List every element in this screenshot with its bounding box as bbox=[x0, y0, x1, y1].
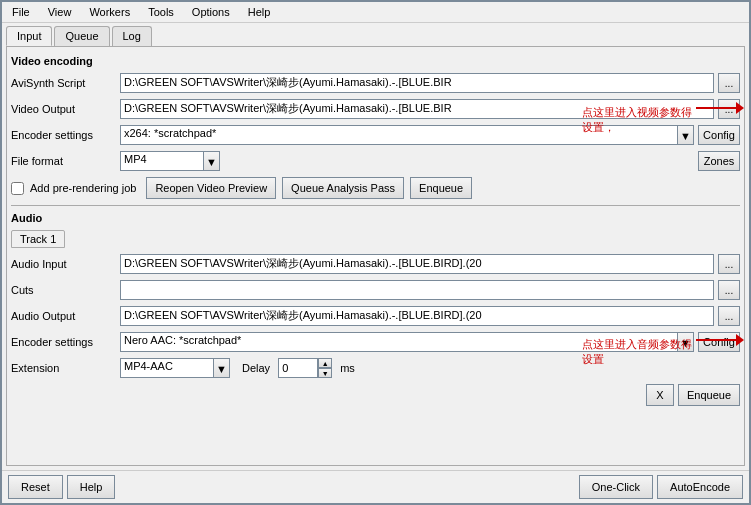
extension-row: Extension MP4-AAC ▼ Delay ▲ ▼ ms bbox=[11, 358, 740, 378]
video-enqueue-btn[interactable]: Enqueue bbox=[410, 177, 472, 199]
audio-action-row: X Enqueue bbox=[11, 384, 740, 406]
video-encoding-header: Video encoding bbox=[11, 55, 740, 67]
menu-workers[interactable]: Workers bbox=[83, 4, 136, 20]
footer: Reset Help One-Click AutoEncode bbox=[2, 470, 749, 503]
encoder-settings-row: Encoder settings x264: *scratchpad* ▼ Co… bbox=[11, 125, 740, 145]
tabbar: Input Queue Log bbox=[2, 23, 749, 46]
audio-x-btn[interactable]: X bbox=[646, 384, 674, 406]
oneclick-btn[interactable]: One-Click bbox=[579, 475, 653, 499]
audio-encoder-row: Encoder settings Nero AAC: *scratchpad* … bbox=[11, 332, 740, 352]
tab-log[interactable]: Log bbox=[112, 26, 152, 46]
video-output-input[interactable]: D:\GREEN SOFT\AVSWriter\深崎步(Ayumi.Hamasa… bbox=[120, 99, 714, 119]
menu-file[interactable]: File bbox=[6, 4, 36, 20]
video-output-row: Video Output D:\GREEN SOFT\AVSWriter\深崎步… bbox=[11, 99, 740, 119]
file-format-arrow[interactable]: ▼ bbox=[203, 152, 219, 171]
audio-divider bbox=[11, 205, 740, 206]
cuts-input[interactable] bbox=[120, 280, 714, 300]
file-format-label: File format bbox=[11, 155, 116, 167]
audio-track-tab[interactable]: Track 1 bbox=[11, 230, 65, 248]
audio-encoder-combo[interactable]: Nero AAC: *scratchpad* ▼ bbox=[120, 332, 694, 352]
audio-input-browse-btn[interactable]: ... bbox=[718, 254, 740, 274]
help-btn[interactable]: Help bbox=[67, 475, 116, 499]
audio-encoder-arrow[interactable]: ▼ bbox=[677, 333, 693, 352]
cuts-label: Cuts bbox=[11, 284, 116, 296]
audio-input-field[interactable]: D:\GREEN SOFT\AVSWriter\深崎步(Ayumi.Hamasa… bbox=[120, 254, 714, 274]
encoder-settings-arrow[interactable]: ▼ bbox=[677, 126, 693, 145]
main-window: File View Workers Tools Options Help Inp… bbox=[0, 0, 751, 505]
add-pre-rendering-checkbox[interactable] bbox=[11, 182, 24, 195]
menubar: File View Workers Tools Options Help bbox=[2, 2, 749, 23]
avisynth-row: AviSynth Script D:\GREEN SOFT\AVSWriter\… bbox=[11, 73, 740, 93]
delay-spinner: ▲ ▼ bbox=[278, 358, 332, 378]
queue-analysis-pass-btn[interactable]: Queue Analysis Pass bbox=[282, 177, 404, 199]
extension-arrow[interactable]: ▼ bbox=[213, 359, 229, 378]
audio-output-label: Audio Output bbox=[11, 310, 116, 322]
menu-options[interactable]: Options bbox=[186, 4, 236, 20]
autoencode-btn[interactable]: AutoEncode bbox=[657, 475, 743, 499]
video-output-label: Video Output bbox=[11, 103, 116, 115]
delay-spin-down[interactable]: ▼ bbox=[318, 368, 332, 378]
cuts-row: Cuts ... bbox=[11, 280, 740, 300]
ms-label: ms bbox=[340, 362, 355, 374]
delay-spin-buttons: ▲ ▼ bbox=[318, 358, 332, 378]
audio-output-row: Audio Output D:\GREEN SOFT\AVSWriter\深崎步… bbox=[11, 306, 740, 326]
avisynth-browse-btn[interactable]: ... bbox=[718, 73, 740, 93]
audio-output-field[interactable]: D:\GREEN SOFT\AVSWriter\深崎步(Ayumi.Hamasa… bbox=[120, 306, 714, 326]
file-format-row: File format MP4 ▼ Zones bbox=[11, 151, 740, 171]
tab-queue[interactable]: Queue bbox=[54, 26, 109, 46]
footer-left: Reset Help bbox=[8, 475, 115, 499]
audio-output-browse-btn[interactable]: ... bbox=[718, 306, 740, 326]
delay-spin-up[interactable]: ▲ bbox=[318, 358, 332, 368]
reset-btn[interactable]: Reset bbox=[8, 475, 63, 499]
delay-label: Delay bbox=[242, 362, 270, 374]
delay-input[interactable] bbox=[278, 358, 318, 378]
tab-input[interactable]: Input bbox=[6, 26, 52, 46]
menu-view[interactable]: View bbox=[42, 4, 78, 20]
add-pre-rendering-row: Add pre-rendering job Reopen Video Previ… bbox=[11, 177, 740, 199]
avisynth-input[interactable]: D:\GREEN SOFT\AVSWriter\深崎步(Ayumi.Hamasa… bbox=[120, 73, 714, 93]
avisynth-label: AviSynth Script bbox=[11, 77, 116, 89]
audio-input-label: Audio Input bbox=[11, 258, 116, 270]
audio-section-header: Audio bbox=[11, 212, 740, 224]
menu-help[interactable]: Help bbox=[242, 4, 277, 20]
encoder-config-btn[interactable]: Config bbox=[698, 125, 740, 145]
extension-label: Extension bbox=[11, 362, 116, 374]
footer-right: One-Click AutoEncode bbox=[579, 475, 743, 499]
main-content: Video encoding AviSynth Script D:\GREEN … bbox=[6, 46, 745, 466]
audio-config-btn[interactable]: Config bbox=[698, 332, 740, 352]
encoder-settings-combo[interactable]: x264: *scratchpad* ▼ bbox=[120, 125, 694, 145]
audio-enqueue-btn[interactable]: Enqueue bbox=[678, 384, 740, 406]
cuts-browse-btn[interactable]: ... bbox=[718, 280, 740, 300]
reopen-video-preview-btn[interactable]: Reopen Video Preview bbox=[146, 177, 276, 199]
encoder-settings-label: Encoder settings bbox=[11, 129, 116, 141]
extension-combo[interactable]: MP4-AAC ▼ bbox=[120, 358, 230, 378]
audio-input-row: Audio Input D:\GREEN SOFT\AVSWriter\深崎步(… bbox=[11, 254, 740, 274]
menu-tools[interactable]: Tools bbox=[142, 4, 180, 20]
file-format-combo[interactable]: MP4 ▼ bbox=[120, 151, 220, 171]
add-pre-rendering-label: Add pre-rendering job bbox=[30, 182, 136, 194]
audio-encoder-label: Encoder settings bbox=[11, 336, 116, 348]
audio-tab-bar: Track 1 bbox=[11, 230, 740, 248]
video-output-browse-btn[interactable]: ... bbox=[718, 99, 740, 119]
zones-btn[interactable]: Zones bbox=[698, 151, 740, 171]
